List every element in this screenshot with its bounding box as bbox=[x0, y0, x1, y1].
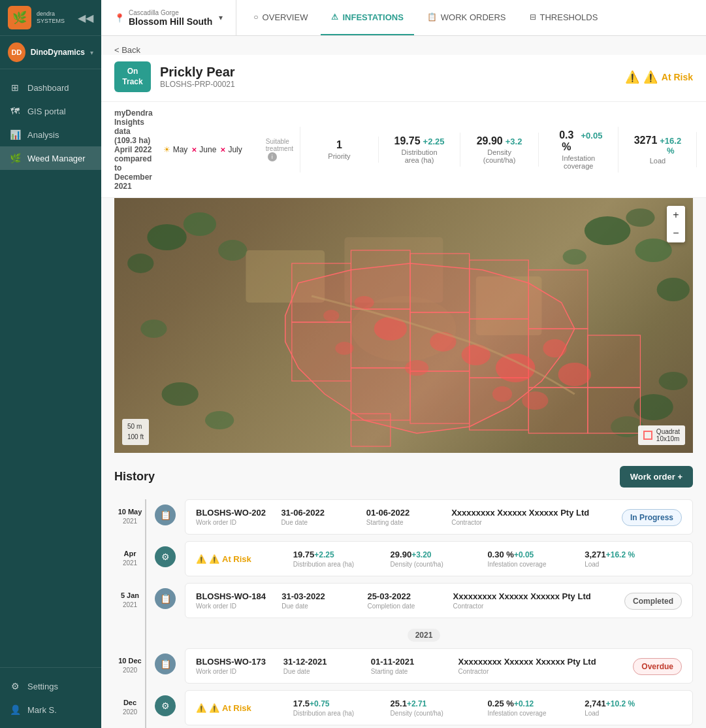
map-background bbox=[114, 198, 693, 453]
insight-dist-label: Distribution area (ha) bbox=[293, 561, 391, 568]
suitable-treatment-label: Suitable treatment i bbox=[266, 138, 293, 161]
tab-infestations[interactable]: ⚠ INFESTATIONS bbox=[321, 0, 413, 35]
distribution-label: Distribution area (ha) bbox=[394, 148, 444, 164]
wo-due-col-3: 31-03-2022 Due date bbox=[281, 591, 367, 610]
timeline-item-5: Dec 2020 ⚙ ⚠️ ⚠️ At Risk bbox=[114, 690, 693, 725]
wo-start-label-3: Completion date bbox=[367, 603, 453, 610]
main-content: 📍 Cascadilla Gorge Blossom Hill South ▾ … bbox=[101, 0, 706, 728]
sidebar-item-dashboard[interactable]: ⊞ Dashboard bbox=[0, 76, 101, 99]
insight-load-col: 3,271 +16.2 % Load bbox=[585, 550, 682, 568]
wo-start-value: 01-06-2022 bbox=[366, 508, 451, 518]
warning-icon-2: ⚠️ bbox=[643, 70, 658, 84]
sidebar-collapse-button[interactable]: ◀◀ bbox=[78, 12, 93, 24]
location-parent: Cascadilla Gorge bbox=[129, 9, 212, 16]
sidebar-item-weed-manager[interactable]: 🌿 Weed Manager bbox=[0, 146, 101, 170]
svg-point-43 bbox=[522, 391, 548, 410]
timeline-item-1: 10 May 2021 📋 BLOSHS-WO-202 Work order I… bbox=[114, 499, 693, 535]
svg-rect-23 bbox=[470, 260, 529, 319]
tab-overview[interactable]: ○ OVERVIEW bbox=[243, 0, 318, 35]
svg-point-11 bbox=[205, 411, 234, 429]
svg-rect-32 bbox=[410, 371, 470, 423]
metric-infestation: 0.3 % +0.05 Infestation coverage bbox=[539, 127, 618, 173]
map-icon: 🗺 bbox=[9, 106, 21, 116]
svg-point-4 bbox=[585, 216, 630, 245]
warning-icon-3: ⚠️ bbox=[196, 554, 206, 564]
svg-rect-17 bbox=[476, 276, 542, 335]
wo-id-3: BLOSHS-WO-184 bbox=[196, 591, 281, 601]
season-july: ✕ July bbox=[220, 145, 242, 154]
sidebar-item-gis-portal[interactable]: 🗺 GIS portal bbox=[0, 99, 101, 123]
map-container[interactable]: + − 50 m 100 ft Quadrat 10x10m bbox=[114, 198, 693, 453]
infestation-delta: +0.05 bbox=[581, 131, 603, 141]
map-legend: Quadrat 10x10m bbox=[638, 425, 685, 445]
back-link[interactable]: < Back bbox=[101, 36, 706, 55]
insight-load-label: Load bbox=[585, 561, 682, 568]
zoom-in-button[interactable]: + bbox=[667, 206, 685, 224]
infestations-icon: ⚠ bbox=[331, 12, 338, 22]
wo-due-value: 31-06-2022 bbox=[281, 508, 366, 518]
svg-point-2 bbox=[127, 254, 153, 273]
species-header: On Track Prickly Pear BLOSHS-PRP-00021 ⚠… bbox=[101, 55, 706, 102]
svg-rect-33 bbox=[470, 378, 529, 430]
svg-rect-30 bbox=[588, 335, 641, 388]
sidebar-item-analysis[interactable]: 📊 Analysis bbox=[0, 123, 101, 146]
user-block[interactable]: DD DinoDynamics ▾ bbox=[0, 36, 101, 69]
insight-infest-col: 0.30 % +0.05 Infestation coverage bbox=[487, 550, 585, 568]
tab-work-orders[interactable]: 📋 WORK ORDERS bbox=[417, 0, 517, 35]
july-label: July bbox=[228, 145, 242, 154]
history-section: History Work order + 10 May 2021 📋 BLOSH… bbox=[101, 453, 706, 728]
nav-items: ⊞ Dashboard 🗺 GIS portal 📊 Analysis 🌿 We… bbox=[0, 69, 101, 667]
clipboard-icon-4: 📋 bbox=[155, 654, 176, 674]
sidebar-item-user-profile[interactable]: 👤 Mark S. bbox=[0, 698, 101, 721]
on-track-badge: On Track bbox=[114, 61, 151, 92]
species-status-block: On Track Prickly Pear BLOSHS-PRP-00021 bbox=[114, 61, 235, 92]
sidebar-logo-block: 🌿 dendra SYSTEMS ◀◀ bbox=[0, 0, 101, 36]
svg-rect-29 bbox=[528, 329, 588, 388]
timeline-item-2: Apr 2021 ⚙ ⚠️ ⚠️ At Risk bbox=[114, 541, 693, 576]
logo: 🌿 dendra SYSTEMS bbox=[8, 6, 65, 29]
svg-rect-26 bbox=[351, 309, 410, 368]
history-header: History Work order + bbox=[114, 466, 693, 488]
chevron-down-icon: ▾ bbox=[90, 49, 93, 56]
map-scale: 50 m 100 ft bbox=[122, 419, 149, 445]
distribution-delta: +2.25 bbox=[423, 137, 445, 146]
density-delta: +3.2 bbox=[505, 137, 522, 146]
svg-marker-19 bbox=[285, 263, 575, 433]
svg-rect-21 bbox=[351, 250, 410, 309]
x-icon-june: ✕ bbox=[191, 146, 197, 154]
tab-thresholds[interactable]: ⊟ THRESHOLDS bbox=[519, 0, 609, 35]
load-value: 3271 bbox=[634, 135, 658, 146]
location-selector[interactable]: 📍 Cascadilla Gorge Blossom Hill South ▾ bbox=[101, 0, 236, 35]
svg-rect-48 bbox=[351, 414, 390, 446]
season-may: ☀ May bbox=[163, 145, 188, 154]
svg-point-46 bbox=[323, 310, 339, 322]
insight-status-col: ⚠️ ⚠️ At Risk bbox=[196, 554, 293, 564]
zoom-out-button[interactable]: − bbox=[667, 224, 685, 242]
clipboard-icon-1: 📋 bbox=[155, 505, 176, 525]
species-id: BLOSHS-PRP-00021 bbox=[160, 80, 235, 89]
wo-id-col-3: BLOSHS-WO-184 Work order ID bbox=[196, 591, 281, 610]
date-5: Dec 2020 bbox=[114, 690, 146, 717]
sun-icon: ☀ bbox=[163, 145, 170, 154]
sidebar-bottom: ⚙ Settings 👤 Mark S. bbox=[0, 667, 101, 728]
svg-point-8 bbox=[657, 278, 690, 301]
infestation-label: Infestation coverage bbox=[554, 154, 602, 170]
work-order-button[interactable]: Work order + bbox=[620, 466, 693, 488]
insight-density-delta-val: +3.20 bbox=[411, 550, 431, 559]
timeline-item-4: 10 Dec 2020 📋 BLOSHS-WO-173 Work order I… bbox=[114, 648, 693, 684]
svg-point-0 bbox=[147, 224, 186, 250]
date-2: Apr 2021 bbox=[114, 541, 146, 568]
wo-start-label: Starting date bbox=[366, 519, 451, 526]
svg-point-44 bbox=[492, 386, 512, 402]
svg-point-12 bbox=[634, 394, 673, 420]
insight-density-val: 29.90 bbox=[391, 550, 412, 559]
wo-contractor-col-3: Xxxxxxxxx Xxxxxx Xxxxxx Pty Ltd Contract… bbox=[453, 591, 624, 610]
sidebar-item-settings[interactable]: ⚙ Settings bbox=[0, 674, 101, 698]
map-overlay-svg bbox=[114, 198, 693, 453]
wo-id-col: BLOSHS-WO-202 Work order ID bbox=[196, 508, 281, 526]
suitable-treatment: Suitable treatment i bbox=[253, 138, 293, 161]
thresholds-icon: ⊟ bbox=[530, 12, 536, 22]
info-icon[interactable]: i bbox=[268, 152, 277, 161]
work-order-card-1: BLOSHS-WO-202 Work order ID 31-06-2022 D… bbox=[185, 499, 693, 535]
sidebar: 🌿 dendra SYSTEMS ◀◀ DD DinoDynamics ▾ ⊞ … bbox=[0, 0, 101, 728]
